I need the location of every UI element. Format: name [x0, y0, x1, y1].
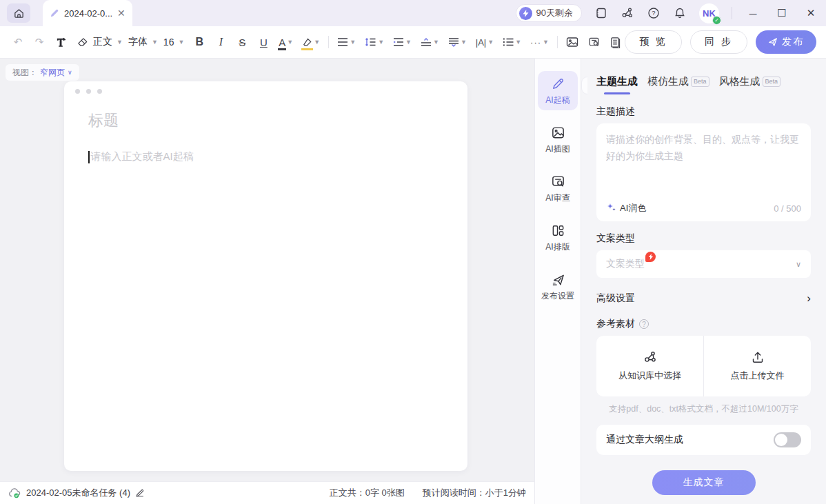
- font-size-value: 16: [163, 37, 174, 48]
- space-above-button[interactable]: ▼: [419, 32, 441, 52]
- strikethrough-button[interactable]: S: [234, 32, 250, 52]
- bold-button[interactable]: B: [191, 32, 208, 52]
- home-button[interactable]: [7, 3, 30, 23]
- tab-imitate-generate[interactable]: 模仿生成 Beta: [647, 75, 709, 94]
- view-mode-value: 窄网页: [40, 67, 65, 79]
- sync-button[interactable]: 同 步: [690, 30, 747, 54]
- pencil-icon: [50, 8, 59, 18]
- panel-tabs: 主题生成 模仿生成 Beta 风格生成 Beta: [596, 75, 811, 94]
- trial-remaining-label: 90天剩余: [536, 7, 573, 19]
- layout-icon: [551, 223, 565, 238]
- generate-article-button[interactable]: 生成文章: [652, 470, 756, 495]
- home-icon: [13, 8, 25, 19]
- tab-label: 主题生成: [596, 75, 638, 88]
- format-painter-icon[interactable]: [52, 32, 69, 52]
- doc-outline-icon[interactable]: [607, 32, 623, 52]
- text-color-button[interactable]: A ▼: [276, 32, 295, 52]
- chevron-down-icon: ▼: [314, 39, 320, 46]
- verified-badge-icon: ✓: [712, 16, 721, 25]
- reference-material-label: 参考素材: [596, 318, 635, 330]
- advanced-settings-label: 高级设置: [596, 292, 635, 305]
- text-cursor: [88, 151, 90, 163]
- paragraph-style-select[interactable]: 正文▼: [90, 36, 125, 48]
- tab-close-icon[interactable]: ✕: [117, 8, 125, 18]
- sidebar-item-publish-settings[interactable]: 发布设置: [538, 267, 578, 306]
- chevron-down-icon: ▼: [405, 39, 412, 46]
- topic-description-card: AI润色 0 / 500: [596, 123, 811, 221]
- line-height-button[interactable]: ▼: [363, 32, 386, 52]
- italic-button[interactable]: I: [212, 32, 229, 52]
- body-placeholder: 请输入正文或者AI起稿: [91, 150, 194, 163]
- copy-type-label: 文案类型: [596, 232, 811, 245]
- more-tools-button[interactable]: ··· ▼: [528, 32, 551, 52]
- sidebar-item-ai-illustration[interactable]: AI插图: [538, 120, 578, 159]
- advanced-settings-row[interactable]: 高级设置 ›: [596, 292, 811, 305]
- tab-label: 风格生成: [719, 75, 760, 88]
- page-dots: [64, 81, 467, 94]
- list-button[interactable]: ▼: [501, 32, 523, 52]
- view-mode-select[interactable]: 视图： 窄网页 ∨: [6, 64, 79, 81]
- close-button[interactable]: ✕: [803, 7, 819, 19]
- chevron-right-icon: ›: [807, 292, 811, 305]
- align-button[interactable]: ▼: [335, 32, 358, 52]
- upload-file-button[interactable]: 点击上传文件: [703, 336, 811, 396]
- document-page[interactable]: 标题 请输入正文或者AI起稿: [64, 81, 467, 471]
- maximize-button[interactable]: ☐: [774, 7, 790, 19]
- clear-format-eraser-icon[interactable]: [74, 32, 90, 52]
- knowledge-base-button-label: 从知识库中选择: [618, 370, 681, 382]
- share-network-icon[interactable]: [621, 6, 634, 20]
- lightning-icon: [519, 7, 532, 20]
- help-icon[interactable]: ?: [647, 6, 661, 20]
- outline-toggle-switch[interactable]: [774, 432, 801, 447]
- hot-badge-icon: [645, 252, 656, 262]
- publish-label: 发布: [782, 36, 804, 48]
- title-input[interactable]: 标题: [88, 110, 467, 131]
- sidebar-item-label: AI起稿: [545, 94, 570, 106]
- minimize-button[interactable]: ─: [745, 8, 761, 19]
- notification-bell-icon[interactable]: [673, 6, 687, 20]
- beta-badge: Beta: [691, 77, 709, 87]
- sidebar-item-ai-review[interactable]: AI审查: [538, 169, 578, 208]
- sparkle-icon: [606, 203, 617, 214]
- paragraph-style-value: 正文: [93, 36, 112, 48]
- word-count: 正文共：0字 0张图: [330, 487, 405, 499]
- trial-remaining-badge[interactable]: 90天剩余: [516, 4, 582, 22]
- rename-pencil-icon[interactable]: [135, 488, 145, 498]
- ai-polish-button[interactable]: AI润色: [606, 202, 646, 214]
- image-icon: [551, 125, 565, 140]
- indent-button[interactable]: ▼: [391, 32, 414, 52]
- publish-button[interactable]: 发布: [756, 30, 816, 54]
- char-spacing-button[interactable]: |A| ▼: [474, 32, 496, 52]
- tab-topic-generate[interactable]: 主题生成: [596, 75, 638, 94]
- ai-draft-panel: 主题生成 模仿生成 Beta 风格生成 Beta 主题描述 AI润色: [581, 59, 826, 504]
- highlight-color-button[interactable]: ▼: [300, 32, 322, 52]
- preview-button[interactable]: 预 览: [625, 30, 682, 54]
- sidebar-item-label: AI插图: [545, 143, 570, 155]
- highlight-color-swatch: [301, 48, 313, 50]
- doc-check-icon[interactable]: [585, 32, 602, 52]
- card-icon[interactable]: [594, 6, 608, 20]
- insert-image-icon[interactable]: [564, 32, 581, 52]
- send-settings-icon: [551, 272, 565, 287]
- topic-description-input[interactable]: [606, 132, 801, 187]
- sidebar-item-ai-draft[interactable]: AI起稿: [538, 71, 578, 110]
- underline-button[interactable]: U: [255, 32, 272, 52]
- chevron-down-icon: ▼: [515, 39, 521, 46]
- body-input[interactable]: 请输入正文或者AI起稿: [88, 150, 467, 163]
- knowledge-base-icon: [643, 350, 657, 364]
- copy-type-select[interactable]: 文案类型 ∨: [596, 250, 811, 278]
- select-from-knowledge-base-button[interactable]: 从知识库中选择: [596, 336, 703, 396]
- document-tab[interactable]: 2024-02-0... ✕: [43, 0, 132, 26]
- font-family-select[interactable]: 字体▼: [125, 36, 161, 48]
- help-circle-icon[interactable]: ?: [639, 319, 649, 329]
- redo-button[interactable]: ↷: [31, 32, 48, 52]
- sidebar-item-ai-layout[interactable]: AI排版: [538, 218, 578, 257]
- space-below-button[interactable]: ▼: [446, 32, 469, 52]
- undo-button[interactable]: ↶: [10, 32, 26, 52]
- panel-collapse-handle[interactable]: [581, 77, 587, 94]
- chevron-down-icon: ▼: [350, 39, 356, 46]
- text-color-letter: A: [279, 37, 285, 48]
- avatar[interactable]: NK ✓: [699, 3, 719, 23]
- tab-style-generate[interactable]: 风格生成 Beta: [719, 75, 781, 94]
- font-size-select[interactable]: 16▼: [161, 37, 188, 48]
